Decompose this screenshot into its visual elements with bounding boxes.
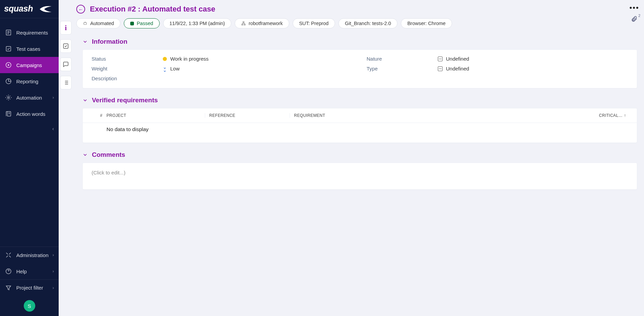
meta-pill-row: Automated Passed 11/9/22, 1:33 PM (admin… [73, 14, 644, 28]
info-nature-label: Nature [367, 56, 438, 62]
attachments-button[interactable]: 2 [631, 16, 638, 22]
check-square-icon [63, 43, 69, 49]
comments-editor[interactable]: (Click to edit...) [82, 163, 637, 190]
section-title: Information [92, 38, 128, 45]
svg-rect-10 [242, 24, 243, 25]
pill-label: SUT: Preprod [299, 21, 329, 26]
nav-reporting[interactable]: Reporting [0, 73, 59, 89]
automation-icon [5, 94, 12, 101]
col-hash[interactable]: # [90, 113, 106, 118]
page-title: Execution #2 : Automated test case [90, 5, 215, 14]
chevron-left-icon: ‹ [52, 126, 54, 131]
nav-label: Administration [16, 252, 48, 258]
chevron-right-icon: › [53, 253, 54, 257]
info-status-label: Status [92, 56, 163, 62]
col-criticality[interactable]: CRITICAL… ↑ [600, 113, 630, 118]
info-description-label: Description [92, 76, 163, 81]
arrow-left-icon: ← [78, 6, 83, 12]
comments-placeholder: (Click to edit...) [92, 170, 125, 175]
list-icon [63, 80, 69, 86]
chevron-right-icon: › [53, 286, 54, 290]
main-content: ••• 2 ← Execution #2 : Automated test ca… [73, 0, 644, 316]
info-type-value[interactable]: Undefined [438, 66, 469, 71]
pill-label: Browser: Chrome [407, 21, 446, 26]
comment-icon [63, 61, 69, 67]
test-cases-icon [5, 45, 12, 52]
rail-steps-button[interactable] [60, 76, 72, 89]
info-nature-value[interactable]: Undefined [438, 56, 469, 62]
table-empty-message: No data to display [83, 123, 637, 132]
rail-check-button[interactable] [60, 39, 72, 53]
pill-label: Git_Branch: tests-2.0 [345, 21, 391, 26]
nav-administration[interactable]: Administration › [0, 247, 59, 263]
undefined-icon [438, 66, 443, 71]
col-requirement[interactable]: REQUIREMENT [290, 113, 600, 118]
nav-label: Automation [16, 95, 42, 101]
section-verified-header[interactable]: Verified requirements [82, 97, 637, 104]
nav-project-filter[interactable]: Project filter › [0, 279, 59, 296]
rail-comment-button[interactable] [60, 58, 72, 71]
status-indicator-icon [163, 57, 167, 61]
nav-label: Reporting [16, 79, 38, 84]
nav-label: Requirements [16, 30, 48, 36]
pill-label: 11/9/22, 1:33 PM (admin) [170, 21, 225, 26]
section-title: Comments [92, 151, 125, 159]
main-sidebar: squash Requirements Test cases [0, 0, 59, 316]
campaigns-icon [5, 61, 12, 69]
attachments-count: 2 [638, 14, 640, 18]
info-weight-label: Weight [92, 66, 163, 71]
user-avatar[interactable]: S [24, 300, 35, 312]
svg-point-5 [8, 97, 9, 99]
chevron-right-icon: › [53, 269, 54, 274]
pill-label: Automated [90, 21, 114, 26]
requirements-icon [5, 29, 12, 36]
nav-help[interactable]: Help › [0, 263, 59, 279]
col-project[interactable]: PROJECT [106, 113, 205, 118]
nav-label: Project filter [16, 285, 43, 291]
nav-label: Test cases [16, 46, 40, 52]
rail-info-button[interactable]: i [60, 21, 72, 35]
undefined-icon [438, 57, 443, 61]
info-status-value[interactable]: Work in progress [163, 56, 209, 62]
pill-branch: Git_Branch: tests-2.0 [338, 18, 397, 28]
section-title: Verified requirements [92, 97, 158, 104]
verified-requirements-table: # PROJECT REFERENCE REQUIREMENT CRITICAL… [82, 108, 637, 143]
detail-rail: i [59, 0, 73, 316]
section-comments-header[interactable]: Comments [82, 151, 637, 159]
nav-requirements[interactable]: Requirements [0, 24, 59, 41]
nav-automation[interactable]: Automation › [0, 89, 59, 106]
col-reference[interactable]: REFERENCE [205, 113, 290, 118]
info-icon: i [65, 24, 67, 32]
administration-icon [5, 251, 12, 259]
svg-rect-7 [63, 44, 68, 48]
help-icon [5, 268, 12, 275]
nav-label: Campaigns [16, 62, 42, 68]
info-type-label: Type [367, 66, 438, 71]
info-weight-value[interactable]: ⌄⌄ Low [163, 66, 180, 71]
pill-status: Passed [124, 18, 159, 28]
nav-label: Help [16, 269, 27, 274]
section-information-header[interactable]: Information [82, 38, 637, 45]
paperclip-icon [631, 16, 638, 22]
chevron-down-icon [82, 152, 88, 157]
pill-label: Passed [137, 21, 153, 26]
pill-label: robotframework [249, 21, 283, 26]
back-button[interactable]: ← [76, 5, 85, 14]
nav-campaigns[interactable]: Campaigns [0, 57, 59, 73]
weight-low-icon: ⌄⌄ [163, 66, 167, 71]
pill-sut: SUT: Preprod [293, 18, 335, 28]
avatar-initial: S [27, 303, 31, 309]
sort-asc-icon: ↑ [624, 113, 626, 118]
svg-rect-9 [243, 22, 244, 23]
nav-test-cases[interactable]: Test cases [0, 41, 59, 57]
chevron-down-icon [82, 98, 88, 103]
robot-icon [83, 21, 87, 26]
nav-action-words[interactable]: Action words [0, 106, 59, 122]
nav-label: Action words [16, 111, 45, 117]
more-horizontal-icon: ••• [629, 3, 639, 12]
more-actions-button[interactable]: ••• [629, 3, 639, 12]
collapse-sidebar-button[interactable]: ‹ [0, 122, 59, 135]
tree-icon [241, 21, 246, 26]
svg-rect-11 [244, 24, 246, 25]
pill-mode: Automated [76, 18, 120, 28]
